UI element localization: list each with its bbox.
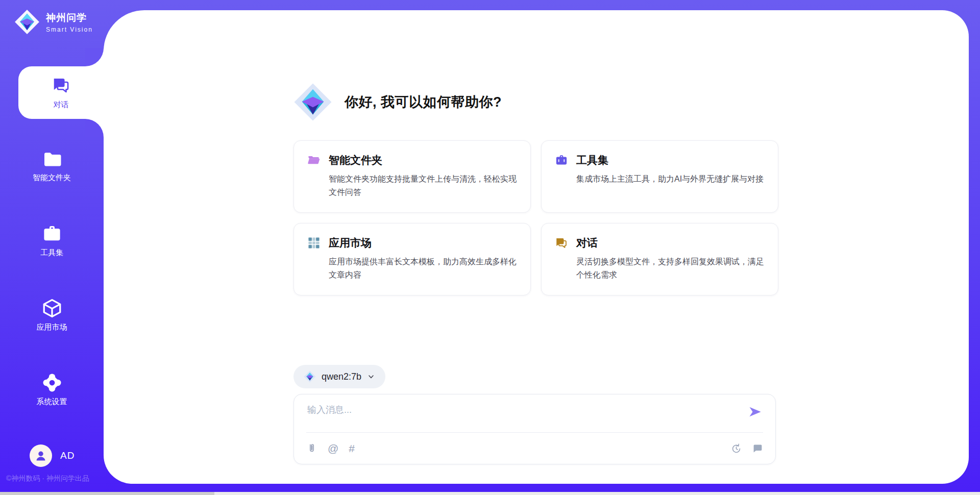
model-name: qwen2:7b — [322, 372, 361, 382]
chat-icon — [52, 76, 71, 97]
send-icon[interactable] — [748, 405, 762, 419]
brand-diamond-icon — [14, 9, 40, 35]
sidebar-item-label: 工具集 — [40, 248, 63, 258]
card-smart-folder[interactable]: 智能文件夹 智能文件夹功能支持批量文件上传与清洗，轻松实现文件问答 — [293, 140, 531, 213]
user-initials: AD — [60, 450, 75, 461]
paperclip-icon[interactable] — [306, 443, 317, 454]
briefcase-icon — [555, 154, 568, 167]
tab-curve-bottom — [85, 119, 104, 137]
toolbox-icon — [41, 223, 63, 244]
chevron-down-icon — [367, 373, 375, 381]
cube-icon — [41, 298, 63, 319]
card-chat[interactable]: 对话 灵活切换多模型文件，支持多样回复效果调试，满足个性化需求 — [541, 223, 778, 295]
scrollbar-thumb[interactable] — [0, 492, 214, 495]
copyright-text: ©神州数码 · 神州问学出品 — [6, 474, 89, 483]
composer-toolbar: @ # — [306, 432, 763, 464]
message-input[interactable] — [307, 405, 644, 415]
model-selector[interactable]: qwen2:7b — [293, 365, 385, 388]
card-title: 应用市场 — [329, 236, 372, 250]
sidebar-item-smart-folder[interactable]: 智能文件夹 — [0, 148, 104, 183]
greeting-title: 你好, 我可以如何帮助你? — [345, 93, 502, 111]
horizontal-scrollbar[interactable] — [0, 492, 980, 495]
main-panel: 你好, 我可以如何帮助你? 智能文件夹 智能文件夹功能支持批量文件上传与清洗，轻… — [104, 10, 969, 484]
history-icon[interactable] — [730, 443, 742, 454]
assistant-diamond-icon — [293, 83, 332, 121]
brand-name: 神州问学 — [46, 11, 93, 24]
card-description: 应用市场提供丰富长文本模板，助力高效生成多样化文章内容 — [329, 255, 517, 282]
sidebar-item-chat[interactable]: 对话 — [18, 66, 104, 119]
sidebar-item-label: 对话 — [54, 100, 69, 110]
avatar — [30, 444, 52, 467]
card-title: 工具集 — [576, 153, 608, 167]
gear-icon — [41, 372, 63, 393]
sidebar-item-label: 智能文件夹 — [33, 173, 71, 183]
sidebar-item-app-market[interactable]: 应用市场 — [0, 298, 104, 332]
chat-bubble-icon[interactable] — [752, 443, 763, 454]
card-description: 智能文件夹功能支持批量文件上传与清洗，轻松实现文件问答 — [329, 172, 517, 199]
sidebar-item-label: 应用市场 — [37, 323, 67, 332]
card-app-market[interactable]: 应用市场 应用市场提供丰富长文本模板，助力高效生成多样化文章内容 — [293, 223, 531, 295]
brand-tagline: Smart Vision — [46, 26, 93, 33]
card-title: 智能文件夹 — [329, 153, 382, 167]
sidebar-item-toolbox[interactable]: 工具集 — [0, 223, 104, 258]
chat-gold-icon — [555, 236, 568, 250]
sidebar-item-label: 系统设置 — [37, 397, 67, 407]
sidebar-item-settings[interactable]: 系统设置 — [0, 372, 104, 407]
person-icon — [33, 448, 48, 463]
sidebar: 神州问学 Smart Vision 对话 智能文件夹 工具集 应用市场 系统设 — [0, 0, 104, 495]
model-diamond-icon — [304, 370, 316, 383]
card-title: 对话 — [576, 236, 598, 250]
tab-curve-top — [85, 48, 104, 66]
feature-cards: 智能文件夹 智能文件夹功能支持批量文件上传与清洗，轻松实现文件问答 工具集 集成… — [293, 140, 778, 295]
message-composer: @ # — [293, 394, 776, 464]
folder-open-icon — [307, 154, 321, 167]
greeting-row: 你好, 我可以如何帮助你? — [293, 83, 502, 121]
folder-icon — [41, 148, 63, 169]
at-mention-icon[interactable]: @ — [328, 443, 338, 454]
card-description: 集成市场上主流工具，助力AI与外界无缝扩展与对接 — [576, 172, 765, 186]
brand[interactable]: 神州问学 Smart Vision — [14, 9, 93, 35]
user-account[interactable]: AD — [30, 444, 75, 467]
hash-tag-icon[interactable]: # — [349, 443, 355, 454]
card-description: 灵活切换多模型文件，支持多样回复效果调试，满足个性化需求 — [576, 255, 765, 282]
grid-icon — [307, 236, 321, 250]
card-toolbox[interactable]: 工具集 集成市场上主流工具，助力AI与外界无缝扩展与对接 — [541, 140, 778, 213]
